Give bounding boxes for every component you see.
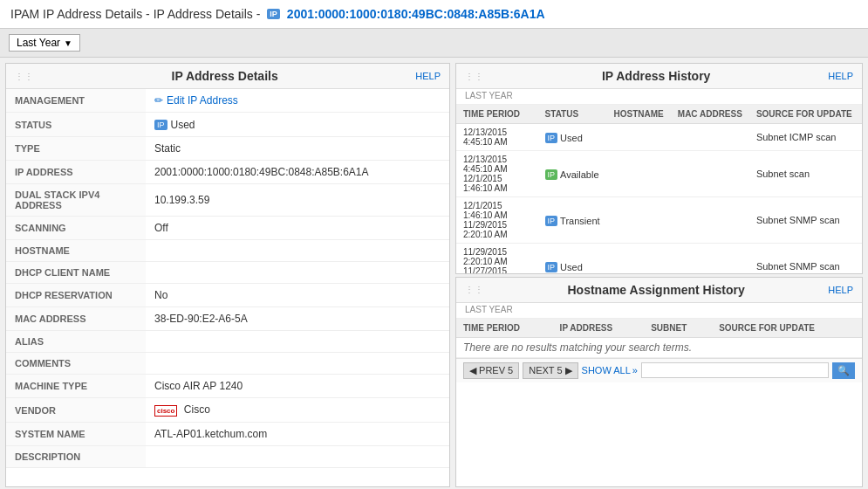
col-source: SOURCE FOR UPDATE <box>749 105 862 124</box>
hostname-search-input[interactable] <box>641 362 829 378</box>
table-row: SYSTEM NAME ATL-AP01.ketchum.com <box>6 423 449 446</box>
row-value <box>146 353 449 375</box>
table-row: MAC ADDRESS 38-ED-90:E2-A6-5A <box>6 307 449 331</box>
drag-handle: ⋮⋮ <box>465 285 484 294</box>
hostname-history-help[interactable]: HELP <box>828 285 853 295</box>
source-cell: Subnet scan <box>749 151 862 197</box>
mac-cell <box>671 244 749 274</box>
table-row: DUAL STACK IPV4 ADDRESS 10.199.3.59 <box>6 184 449 217</box>
drag-handle: ⋮⋮ <box>15 72 34 81</box>
row-value: 38-ED-90:E2-A6-5A <box>146 307 449 331</box>
col-time-period: TIME PERIOD <box>456 319 553 338</box>
left-panel-help[interactable]: HELP <box>415 71 441 81</box>
status-used: IP Used <box>154 119 195 131</box>
col-mac-address: MAC ADDRESS <box>671 105 749 124</box>
col-time-period: TIME PERIOD <box>456 105 538 124</box>
source-cell: Subnet SNMP scan <box>749 244 862 274</box>
used-badge: IP <box>545 262 558 272</box>
table-header-row: TIME PERIOD STATUS HOSTNAME MAC ADDRESS … <box>456 105 862 124</box>
status-cell: IP Transient <box>538 197 607 244</box>
mac-cell <box>671 124 749 151</box>
row-label: MANAGEMENT <box>6 89 146 113</box>
ip-address-link[interactable]: 2001:0000:1000:0180:49BC:0848:A85B:6A1A <box>287 7 545 21</box>
col-subnet: SUBNET <box>644 319 712 338</box>
status-badge: IP Available <box>545 169 599 180</box>
hostname-next-5-button[interactable]: NEXT 5 ▶ <box>523 362 578 379</box>
ip-history-help[interactable]: HELP <box>828 71 853 81</box>
source-cell: Subnet ICMP scan <box>749 124 862 151</box>
hostname-history-title: Hostname Assignment History <box>567 283 744 297</box>
hostname-prev-5-button[interactable]: ◀ PREV 5 <box>463 362 519 379</box>
row-label: COMMENTS <box>6 353 146 375</box>
row-label: DHCP CLIENT NAME <box>6 262 146 284</box>
ip-history-sub-header: LAST YEAR <box>456 89 862 105</box>
edit-ip-address-link[interactable]: ✏Edit IP Address <box>154 94 238 107</box>
right-panels: ⋮⋮ IP Address History HELP LAST YEAR TIM… <box>453 58 868 489</box>
used-badge: IP <box>545 133 558 143</box>
row-label: STATUS <box>6 113 146 137</box>
row-value: cisco Cisco <box>146 398 449 423</box>
hostname-cell <box>607 124 671 151</box>
row-value: Cisco AIR AP 1240 <box>146 375 449 398</box>
ip-address-details-panel: ⋮⋮ IP Address Details HELP MANAGEMENT ✏E… <box>5 63 450 487</box>
row-label: HOSTNAME <box>6 240 146 262</box>
row-label: DUAL STACK IPV4 ADDRESS <box>6 184 146 217</box>
hostname-search-button[interactable]: 🔍 <box>832 362 855 379</box>
page-title: IPAM IP Address Details - IP Address Det… <box>10 7 260 21</box>
table-row: IP ADDRESS 2001:0000:1000:0180:49BC:0848… <box>6 161 449 184</box>
hostname-cell <box>607 151 671 197</box>
table-row: COMMENTS <box>6 353 449 375</box>
status-cell: IP Available <box>538 151 607 197</box>
ip-history-header: ⋮⋮ IP Address History HELP <box>456 64 862 89</box>
row-label: ALIAS <box>6 331 146 353</box>
hostname-history-header: ⋮⋮ Hostname Assignment History HELP <box>456 278 862 303</box>
transient-badge: IP <box>545 216 558 226</box>
row-label: TYPE <box>6 137 146 161</box>
status-label: Used <box>560 262 583 272</box>
hostname-cell <box>607 197 671 244</box>
row-value: No <box>146 284 449 307</box>
hostname-history-panel: ⋮⋮ Hostname Assignment History HELP LAST… <box>455 277 863 488</box>
row-label: SCANNING <box>6 217 146 240</box>
col-source: SOURCE FOR UPDATE <box>712 319 862 338</box>
time-end: 11/27/2015 2:38:10 AM <box>463 266 531 274</box>
row-label: MAC ADDRESS <box>6 307 146 331</box>
ip-history-table: TIME PERIOD STATUS HOSTNAME MAC ADDRESS … <box>456 105 862 274</box>
table-row: MACHINE TYPE Cisco AIR AP 1240 <box>6 375 449 398</box>
row-label: DHCP RESERVATION <box>6 284 146 307</box>
col-hostname: HOSTNAME <box>607 105 671 124</box>
toolbar: Last Year ▼ <box>0 29 868 58</box>
status-text: Used <box>171 119 195 131</box>
page-header: IPAM IP Address Details - IP Address Det… <box>0 0 868 29</box>
row-value <box>146 331 449 353</box>
table-row: 12/13/2015 4:45:10 AM IP Used Subnet ICM… <box>456 124 862 151</box>
row-value: ✏Edit IP Address <box>146 89 449 113</box>
row-value <box>146 262 449 284</box>
vendor-logo: cisco <box>154 405 177 417</box>
table-row: TYPE Static <box>6 137 449 161</box>
table-row: 11/29/2015 2:20:10 AM 11/27/2015 2:38:10… <box>456 244 862 274</box>
row-label: IP ADDRESS <box>6 161 146 184</box>
table-row: MANAGEMENT ✏Edit IP Address <box>6 89 449 113</box>
time-range-button[interactable]: Last Year ▼ <box>9 34 80 52</box>
row-value: Static <box>146 137 449 161</box>
row-label: MACHINE TYPE <box>6 375 146 398</box>
hostname-show-all-button[interactable]: SHOW ALL » <box>582 365 638 375</box>
ip-icon: IP <box>267 9 280 19</box>
details-table: MANAGEMENT ✏Edit IP Address STATUS IP Us… <box>6 89 449 468</box>
table-header-row: TIME PERIOD IP ADDRESS SUBNET SOURCE FOR… <box>456 319 862 338</box>
time-period-cell: 12/13/2015 4:45:10 AM <box>456 124 538 151</box>
time-range-label: Last Year <box>17 37 60 49</box>
table-row: DESCRIPTION <box>6 446 449 468</box>
mac-cell <box>671 197 749 244</box>
status-label: Used <box>560 133 583 143</box>
no-results-text: There are no results matching your searc… <box>456 337 862 357</box>
table-row: DHCP CLIENT NAME <box>6 262 449 284</box>
time-start: 12/13/2015 4:45:10 AM <box>463 127 531 147</box>
row-value: IP Used <box>146 113 449 137</box>
hostname-history-footer: ◀ PREV 5 NEXT 5 ▶ SHOW ALL » 🔍 <box>456 358 862 382</box>
time-period-cell: 12/13/2015 4:45:10 AM 12/1/2015 1:46:10 … <box>456 151 538 197</box>
time-end: 11/29/2015 2:20:10 AM <box>463 220 531 239</box>
status-badge: IP Used <box>545 262 583 272</box>
row-value <box>146 240 449 262</box>
